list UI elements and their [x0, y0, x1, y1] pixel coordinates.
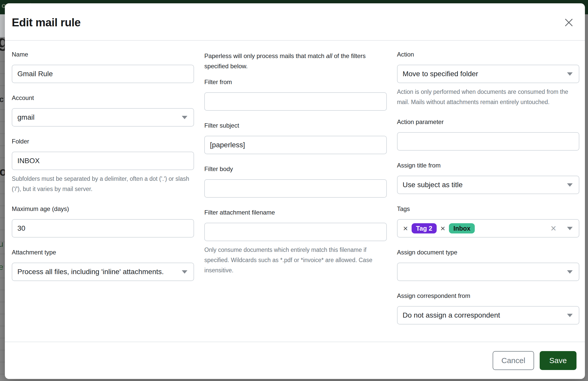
account-select[interactable]: gmail	[12, 108, 194, 127]
action-parameter-field: Action parameter	[397, 118, 579, 151]
remove-tag-icon[interactable]: ×	[440, 224, 445, 232]
page-text-fragment: c	[0, 95, 4, 104]
account-field: Account gmail	[12, 94, 194, 127]
column-filters: Paperless will only process mails that m…	[204, 51, 387, 336]
assign-document-type-field: Assign document type	[397, 249, 579, 281]
folder-input[interactable]	[12, 152, 194, 170]
max-age-label: Maximum age (days)	[12, 205, 194, 212]
page-text-fragment: lo	[0, 165, 5, 178]
attachment-type-selected-value: Process all files, including 'inline' at…	[17, 268, 164, 276]
filter-from-label: Filter from	[204, 79, 387, 86]
attachment-type-label: Attachment type	[12, 249, 194, 256]
tags-select[interactable]: × Tag 2 × Inbox ×	[397, 219, 579, 238]
chevron-down-icon	[567, 270, 573, 274]
chevron-down-icon	[567, 314, 573, 317]
action-parameter-input[interactable]	[397, 132, 579, 151]
assign-title-label: Assign title from	[397, 162, 579, 169]
max-age-input[interactable]	[12, 219, 194, 238]
filters-intro-emphasis: all	[326, 52, 332, 59]
tags-label: Tags	[397, 205, 579, 212]
filter-attachment-label: Filter attachment filename	[204, 209, 387, 216]
folder-help-text: Subfolders must be separated by a delimi…	[12, 174, 194, 194]
assign-title-selected-value: Use subject as title	[403, 181, 463, 189]
tags-field: Tags × Tag 2 × Inbox ×	[397, 205, 579, 238]
filters-intro-text: Paperless will only process mails that m…	[204, 51, 387, 71]
assign-document-type-select[interactable]	[397, 263, 579, 281]
assign-correspondent-field: Assign correspondent from Do not assign …	[397, 292, 579, 324]
chevron-down-icon	[567, 72, 573, 76]
tag-chip: Tag 2	[412, 223, 436, 233]
chevron-down-icon	[567, 227, 573, 230]
cancel-button[interactable]: Cancel	[493, 351, 534, 370]
attachment-type-select[interactable]: Process all files, including 'inline' at…	[12, 263, 194, 281]
assign-correspondent-selected-value: Do not assign a correspondent	[403, 311, 500, 319]
name-label: Name	[12, 51, 194, 58]
filter-from-input[interactable]	[204, 92, 387, 111]
assign-correspondent-select[interactable]: Do not assign a correspondent	[397, 306, 579, 324]
folder-field: Folder Subfolders must be separated by a…	[12, 138, 194, 194]
tag-chip: Inbox	[449, 223, 475, 233]
name-input[interactable]	[12, 65, 194, 83]
backdrop-page-band	[0, 14, 5, 38]
remove-tag-icon[interactable]: ×	[403, 224, 408, 232]
assign-correspondent-label: Assign correspondent from	[397, 292, 579, 299]
filter-attachment-field: Filter attachment filename Only consume …	[204, 209, 387, 275]
page-text-fragment: g	[0, 38, 5, 51]
filter-attachment-input[interactable]	[204, 223, 387, 241]
action-parameter-label: Action parameter	[397, 118, 579, 126]
max-age-field: Maximum age (days)	[12, 205, 194, 238]
save-button[interactable]: Save	[540, 351, 576, 370]
close-button[interactable]	[562, 16, 576, 29]
chevron-down-icon	[567, 183, 573, 187]
close-icon	[564, 18, 574, 27]
backdrop-page-strip: g c lo u e	[0, 38, 5, 381]
assign-title-select[interactable]: Use subject as title	[397, 176, 579, 194]
dialog-header: Edit mail rule	[5, 3, 585, 41]
chevron-down-icon	[182, 116, 187, 119]
filter-from-field: Filter from	[204, 79, 387, 111]
dialog-body: Name Account gmail Folder Subfolders mus…	[5, 41, 585, 336]
edit-mail-rule-dialog: Edit mail rule Name Account gmail	[5, 3, 585, 379]
filter-body-input[interactable]	[204, 179, 387, 198]
action-select[interactable]: Move to specified folder	[397, 65, 579, 83]
assign-title-field: Assign title from Use subject as title	[397, 162, 579, 194]
column-actions: Action Move to specified folder Action i…	[397, 51, 579, 336]
dialog-title: Edit mail rule	[12, 16, 81, 29]
account-label: Account	[12, 94, 194, 102]
column-general: Name Account gmail Folder Subfolders mus…	[12, 51, 194, 336]
action-selected-value: Move to specified folder	[403, 70, 478, 78]
action-field: Action Move to specified folder Action i…	[397, 51, 579, 107]
filter-attachment-help-text: Only consume documents which entirely ma…	[204, 245, 387, 275]
filter-subject-input[interactable]	[204, 136, 387, 154]
filter-body-field: Filter body	[204, 165, 387, 198]
filter-subject-label: Filter subject	[204, 122, 387, 129]
action-help-text: Action is only performed when documents …	[397, 87, 579, 107]
page-text-fragment: e	[0, 262, 3, 272]
chevron-down-icon	[182, 270, 187, 274]
page-text-fragment: u	[0, 239, 3, 249]
action-label: Action	[397, 51, 579, 58]
dialog-footer: Cancel Save	[5, 342, 585, 379]
filter-subject-field: Filter subject	[204, 122, 387, 154]
account-selected-value: gmail	[17, 113, 35, 121]
clear-tags-icon[interactable]: ×	[551, 223, 556, 233]
assign-document-type-label: Assign document type	[397, 249, 579, 256]
attachment-type-field: Attachment type Process all files, inclu…	[12, 249, 194, 281]
filter-body-label: Filter body	[204, 165, 387, 173]
tags-select-controls: ×	[551, 223, 573, 233]
name-field: Name	[12, 51, 194, 83]
folder-label: Folder	[12, 138, 194, 145]
